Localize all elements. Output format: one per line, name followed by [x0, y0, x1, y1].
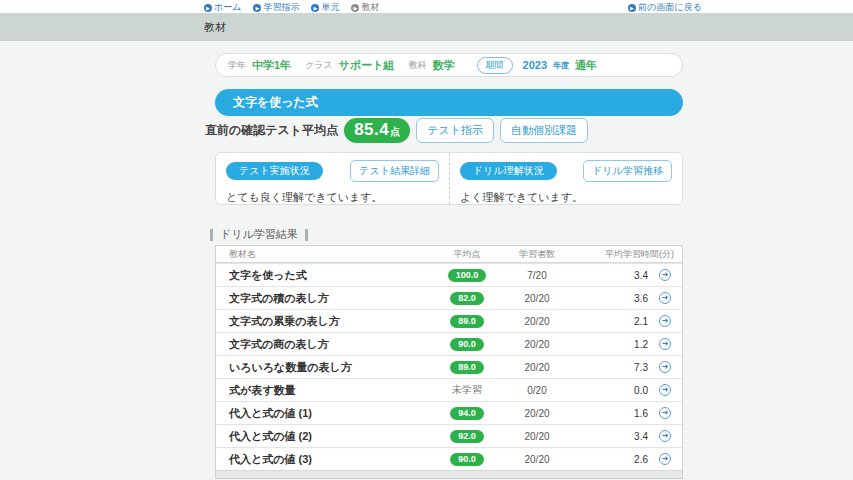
table-row: 代入と式の値 (2) 92.0 20/20 3.4 ➜ — [216, 424, 682, 447]
table-row: 文字式の積の表し方 82.0 20/20 3.6 ➜ — [216, 286, 682, 309]
table-row: 文字式の累乗の表し方 89.0 20/20 2.1 ➜ — [216, 309, 682, 332]
page-title-bar: 教材 — [0, 13, 853, 41]
unit-banner: 文字を使った式 — [215, 89, 683, 116]
drill-status-badge: ドリル理解状況 — [460, 162, 557, 180]
learners-count: 20/20 — [524, 431, 549, 442]
score-badge: 89.0 — [450, 361, 484, 374]
arrow-circle-icon: ▶ — [253, 4, 261, 12]
col-header-score: 平均点 — [432, 248, 502, 261]
subject-value: 数学 — [433, 58, 455, 73]
score-badge: 90.0 — [450, 453, 484, 466]
status-box: テスト実施状況 テスト結果詳細 とても良く理解できています。 ドリル理解状況 ド… — [215, 152, 683, 205]
class-value: サポート組 — [339, 58, 395, 73]
row-detail-arrow-icon[interactable]: ➜ — [659, 361, 671, 373]
material-name: 代入と式の値 (1) — [216, 406, 432, 421]
class-info-bar: 学年 中学1年 クラス サポート組 教科 数学 期間 2023 年度 通年 — [215, 53, 683, 77]
arrow-circle-icon: ▶ — [628, 4, 636, 12]
period-pill[interactable]: 期間 — [477, 57, 513, 74]
drill-progress-button[interactable]: ドリル学習推移 — [583, 160, 672, 182]
avg-time: 3.4 — [634, 431, 648, 442]
col-header-learners: 学習者数 — [502, 248, 572, 261]
row-detail-arrow-icon[interactable]: ➜ — [659, 384, 671, 396]
score-badge: 90.0 — [450, 338, 484, 351]
table-row: 文字を使った式 100.0 7/20 3.4 ➜ — [216, 263, 682, 286]
material-name: 文字を使った式 — [216, 268, 432, 283]
drill-status-comment: よく理解できています。 — [460, 190, 672, 205]
score-badge: 94.0 — [450, 407, 484, 420]
table-row: 式が表す数量 未学習 0/20 0.0 ➜ — [216, 378, 682, 401]
material-name: 式が表す数量 — [216, 383, 432, 398]
score-not-studied: 未学習 — [452, 383, 482, 397]
arrow-circle-icon: ▶ — [311, 4, 319, 12]
learners-count: 7/20 — [527, 270, 546, 281]
avg-time: 2.1 — [634, 316, 648, 327]
learners-count: 20/20 — [524, 339, 549, 350]
col-header-time: 平均学習時間(分) — [572, 248, 682, 261]
learners-count: 20/20 — [524, 293, 549, 304]
row-detail-arrow-icon[interactable]: ➜ — [659, 292, 671, 304]
drill-status-panel: ドリル理解状況 ドリル学習推移 よく理解できています。 — [449, 153, 682, 204]
material-name: 文字式の累乗の表し方 — [216, 314, 432, 329]
section-bar-icon — [305, 229, 308, 241]
row-detail-arrow-icon[interactable]: ➜ — [659, 315, 671, 327]
table-header: 教材名 平均点 学習者数 平均学習時間(分) — [216, 246, 682, 263]
learners-count: 20/20 — [524, 362, 549, 373]
table-row: いろいろな数量の表し方 89.0 20/20 7.3 ➜ — [216, 355, 682, 378]
arrow-circle-icon: ▶ — [351, 4, 359, 12]
period-year: 2023 — [523, 59, 547, 71]
col-header-material: 教材名 — [216, 248, 432, 261]
test-instruction-button[interactable]: テスト指示 — [416, 118, 494, 143]
unit-title: 文字を使った式 — [233, 94, 318, 111]
row-detail-arrow-icon[interactable]: ➜ — [659, 453, 671, 465]
top-nav: ▶ ホーム ▶ 学習指示 ▶ 単元 ▶ 教材 ▶ 前の画面に戻る — [0, 0, 853, 13]
table-row: 代入と式の値 (3) 90.0 20/20 2.6 ➜ — [216, 447, 682, 470]
row-detail-arrow-icon[interactable]: ➜ — [659, 407, 671, 419]
subject-label: 教科 — [409, 59, 427, 72]
grade-label: 学年 — [228, 59, 246, 72]
average-score-value: 85.4 — [354, 120, 389, 140]
period-term: 通年 — [575, 58, 597, 73]
row-detail-arrow-icon[interactable]: ➜ — [659, 338, 671, 350]
table-row: 文字式の商の表し方 90.0 20/20 1.2 ➜ — [216, 332, 682, 355]
learners-count: 0/20 — [527, 385, 546, 396]
test-status-panel: テスト実施状況 テスト結果詳細 とても良く理解できています。 — [216, 153, 449, 204]
avg-time: 0.0 — [634, 385, 648, 396]
score-badge: 89.0 — [450, 315, 484, 328]
avg-time: 1.6 — [634, 408, 648, 419]
test-result-detail-button[interactable]: テスト結果詳細 — [350, 160, 439, 182]
table-footer-strip — [216, 470, 682, 478]
score-badge: 82.0 — [450, 292, 484, 305]
row-detail-arrow-icon[interactable]: ➜ — [659, 269, 671, 281]
arrow-circle-icon: ▶ — [204, 4, 212, 12]
avg-time: 3.4 — [634, 270, 648, 281]
auto-individual-task-button[interactable]: 自動個別課題 — [500, 118, 588, 143]
page-title: 教材 — [204, 20, 226, 35]
table-row: 代入と式の値 (1) 94.0 20/20 1.6 ➜ — [216, 401, 682, 424]
score-row: 直前の確認テスト平均点 85.4 点 テスト指示 自動個別課題 — [205, 117, 695, 144]
learners-count: 20/20 — [524, 316, 549, 327]
grade-value: 中学1年 — [252, 58, 291, 73]
learners-count: 20/20 — [524, 408, 549, 419]
avg-time: 7.3 — [634, 362, 648, 373]
drill-results-title-text: ドリル学習結果 — [220, 227, 298, 242]
material-name: いろいろな数量の表し方 — [216, 360, 432, 375]
average-score-badge: 85.4 点 — [344, 118, 410, 143]
test-status-badge: テスト実施状況 — [226, 162, 323, 180]
avg-time: 1.2 — [634, 339, 648, 350]
class-label: クラス — [305, 59, 333, 72]
avg-time: 2.6 — [634, 454, 648, 465]
row-detail-arrow-icon[interactable]: ➜ — [659, 430, 671, 442]
score-label: 直前の確認テスト平均点 — [205, 122, 338, 139]
material-name: 代入と式の値 (3) — [216, 452, 432, 467]
avg-time: 3.6 — [634, 293, 648, 304]
app-window: ▶ ホーム ▶ 学習指示 ▶ 単元 ▶ 教材 ▶ 前の画面に戻る 教材 — [0, 0, 853, 480]
period-unit: 年度 — [553, 60, 569, 71]
material-name: 文字式の積の表し方 — [216, 291, 432, 306]
score-badge: 100.0 — [448, 269, 487, 282]
drill-results-section-title: ドリル学習結果 — [210, 227, 308, 242]
average-score-suffix: 点 — [390, 125, 400, 139]
material-name: 文字式の商の表し方 — [216, 337, 432, 352]
learners-count: 20/20 — [524, 454, 549, 465]
drill-results-table: 教材名 平均点 学習者数 平均学習時間(分) 文字を使った式 100.0 7/2… — [215, 245, 683, 479]
section-bar-icon — [210, 229, 213, 241]
